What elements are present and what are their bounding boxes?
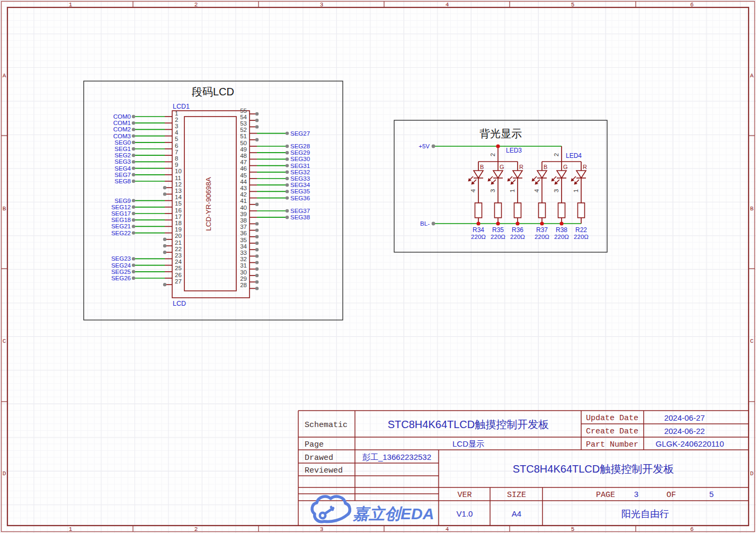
net-port-dot <box>286 171 289 174</box>
net-label[interactable]: SEG30 <box>290 156 310 162</box>
net-label[interactable]: SEG2 <box>114 152 131 158</box>
frame-col-label-bottom: 6 <box>690 526 694 532</box>
net-label[interactable]: SEG29 <box>290 149 310 156</box>
drawed-value[interactable]: 彭工_13662232532 <box>362 452 431 461</box>
net-label[interactable]: SEG7 <box>114 172 131 178</box>
resistor-refdes[interactable]: R37 <box>536 226 548 234</box>
net-label[interactable]: SEG24 <box>111 262 131 269</box>
resistor-refdes[interactable]: R35 <box>492 226 504 234</box>
net-label[interactable]: SEG35 <box>290 188 310 194</box>
bl-minus-port-dot[interactable] <box>432 222 435 226</box>
update-date-value[interactable]: 2024-06-27 <box>664 413 705 422</box>
net-port-dot <box>132 263 135 266</box>
net-label[interactable]: SEG8 <box>114 178 131 184</box>
page-number[interactable]: 3 <box>634 490 638 499</box>
plus5v-net-label[interactable]: +5V <box>419 143 430 149</box>
lcd-refdes[interactable]: LCD1 <box>173 103 190 110</box>
net-label[interactable]: SEG38 <box>290 214 310 220</box>
net-label[interactable]: SEG3 <box>114 158 131 165</box>
page-total[interactable]: 5 <box>709 490 714 499</box>
net-label[interactable]: SEG27 <box>290 130 310 137</box>
lcd-pin-1[interactable]: 1COM0 <box>113 110 179 120</box>
resistor-value[interactable]: 220Ω <box>491 234 505 240</box>
resistor-body[interactable] <box>475 203 482 218</box>
net-label[interactable]: SEG18 <box>111 217 131 223</box>
pin-number: 33 <box>240 250 247 256</box>
net-label[interactable]: SEG28 <box>290 143 310 149</box>
resistor-refdes[interactable]: R38 <box>556 226 567 234</box>
resistor-body[interactable] <box>539 203 546 218</box>
resistor-body[interactable] <box>578 203 585 218</box>
net-label[interactable]: SEG37 <box>290 208 310 214</box>
net-label[interactable]: COM3 <box>113 133 131 139</box>
net-label[interactable]: SEG17 <box>111 210 131 217</box>
ver-value[interactable]: V1.0 <box>457 509 473 518</box>
bl-minus-net-label[interactable]: BL- <box>420 220 430 227</box>
net-port-dot <box>132 277 135 280</box>
plus5v-rail[interactable]: +5V <box>419 143 562 149</box>
resistor-value[interactable]: 220Ω <box>471 234 486 240</box>
net-label[interactable]: SEG32 <box>290 169 310 175</box>
led-refdes[interactable]: LED4 <box>566 152 582 159</box>
lcd-pin-23[interactable]: 23SEG23 <box>111 252 182 262</box>
lcd-footprint-label[interactable]: LCD <box>173 300 186 307</box>
net-label[interactable]: SEG33 <box>290 175 310 182</box>
resistor-body[interactable] <box>495 203 502 218</box>
page-value[interactable]: LCD显示 <box>452 439 484 448</box>
net-label[interactable]: SEG26 <box>111 275 131 281</box>
lcd-section-title: 段码LCD <box>192 86 234 97</box>
pin-number: 19 <box>175 226 182 233</box>
resistor-value[interactable]: 220Ω <box>574 234 589 240</box>
company-name[interactable]: 阳光自由行 <box>621 509 669 519</box>
lcd-component[interactable]: LCD1 LCD LCD-YR-90698A 1COM02COM13COM24C… <box>111 103 310 307</box>
rgb-led-led3[interactable]: LED32B4R34220ΩG3R35220ΩR1R36220Ω <box>468 144 526 240</box>
lcd-pin-52[interactable]: 52SEG27 <box>240 127 310 137</box>
net-label[interactable]: SEG9 <box>114 198 131 204</box>
net-label[interactable]: SEG1 <box>114 146 131 152</box>
create-date-value[interactable]: 2024-06-22 <box>664 427 705 436</box>
lcd-part-name[interactable]: LCD-YR-90698A <box>204 177 212 230</box>
net-port-dot <box>286 131 289 135</box>
resistor-body[interactable] <box>558 203 565 218</box>
resistor-body[interactable] <box>514 203 521 218</box>
led-channel-g[interactable]: G3R35220Ω <box>488 162 506 240</box>
led-channel-b[interactable]: B4R37220Ω <box>532 162 550 240</box>
frame-row-label-right: D <box>750 470 754 477</box>
net-label[interactable]: SEG4 <box>114 165 131 172</box>
resistor-value[interactable]: 220Ω <box>535 234 549 240</box>
schematic-value[interactable]: STC8H4K64TLCD触摸控制开发板 <box>388 419 549 430</box>
lcd-pin-40[interactable]: 40SEG37 <box>240 205 310 215</box>
net-label[interactable]: SEG21 <box>111 223 131 229</box>
led-channel-g[interactable]: G3R38220Ω <box>552 162 570 240</box>
net-label[interactable]: SEG34 <box>290 182 310 188</box>
led-refdes[interactable]: LED3 <box>506 147 522 154</box>
led-channel-b[interactable]: B4R34220Ω <box>468 162 486 240</box>
unconnected-pin-dot <box>255 254 259 257</box>
plus5v-port-dot[interactable] <box>432 145 435 148</box>
net-label[interactable]: SEG12 <box>111 204 131 210</box>
part-number-value[interactable]: GLGK-2406220110 <box>656 439 724 448</box>
net-label[interactable]: SEG22 <box>111 230 131 236</box>
net-label[interactable]: COM0 <box>113 113 131 120</box>
resistor-refdes[interactable]: R22 <box>575 226 587 234</box>
net-label[interactable]: SEG31 <box>290 163 310 169</box>
resistor-value[interactable]: 220Ω <box>510 234 525 240</box>
net-label[interactable]: SEG36 <box>290 195 310 201</box>
lcd-right-pins: 55545352SEG275150SEG2849SEG2948SEG3047SE… <box>240 108 310 290</box>
size-value[interactable]: A4 <box>512 509 521 518</box>
resistor-refdes[interactable]: R34 <box>473 226 484 234</box>
resistor-value[interactable]: 220Ω <box>554 234 569 240</box>
led-channel-r[interactable]: R1R36220Ω <box>508 162 526 240</box>
board-title[interactable]: STC8H4K64TLCD触摸控制开发板 <box>513 463 674 475</box>
net-label[interactable]: SEG0 <box>114 139 131 146</box>
led-channel-r[interactable]: R1R22220Ω <box>571 162 589 240</box>
net-label[interactable]: SEG25 <box>111 269 131 275</box>
unconnected-pin-dot <box>255 280 259 283</box>
rgb-led-led4[interactable]: LED42B4R37220ΩG3R38220ΩR1R22220Ω <box>532 146 589 240</box>
net-label[interactable]: COM2 <box>113 126 131 132</box>
net-label[interactable]: SEG23 <box>111 255 131 262</box>
lcd-pin-50[interactable]: 50SEG28 <box>240 140 310 150</box>
net-label[interactable]: COM1 <box>113 120 131 126</box>
resistor-refdes[interactable]: R36 <box>512 226 523 234</box>
net-port-dot <box>286 145 289 148</box>
